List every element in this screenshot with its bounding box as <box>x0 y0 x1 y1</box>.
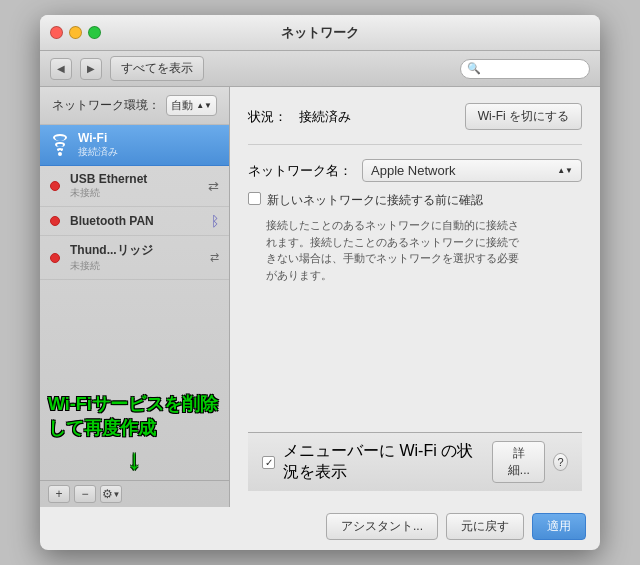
wifi-toggle-button[interactable]: Wi-Fi を切にする <box>465 103 582 130</box>
instruction-text: Wi-Fiサービスを削除して再度作成 <box>48 384 221 444</box>
network-env-value: 自動 <box>171 98 193 113</box>
add-service-button[interactable]: + <box>48 485 70 503</box>
bottom-bar: メニューバーに Wi-Fi の状況を表示 詳細... ? <box>248 432 582 491</box>
network-env-label: ネットワーク環境： <box>52 97 160 114</box>
close-button[interactable] <box>50 26 63 39</box>
content-area: 状況： 接続済み Wi-Fi を切にする ネットワーク名： Apple Netw… <box>230 87 600 507</box>
gear-icon: ⚙ <box>102 487 113 501</box>
usb-ethernet-status-dot <box>50 181 60 191</box>
divider-1 <box>248 144 582 145</box>
revert-button[interactable]: 元に戻す <box>446 513 524 540</box>
minimize-button[interactable] <box>69 26 82 39</box>
network-name-value: Apple Network <box>371 163 456 178</box>
bluetooth-status-dot <box>50 216 60 226</box>
gear-dropdown-arrow: ▼ <box>113 490 121 499</box>
maximize-button[interactable] <box>88 26 101 39</box>
network-name-label: ネットワーク名： <box>248 162 352 180</box>
usb-ethernet-icon: ⇄ <box>208 179 219 194</box>
network-name-row: ネットワーク名： Apple Network ▲▼ <box>248 159 582 182</box>
status-row: 状況： 接続済み Wi-Fi を切にする <box>248 103 582 130</box>
gear-button[interactable]: ⚙ ▼ <box>100 485 122 503</box>
sidebar-item-thunderbolt[interactable]: Thund...リッジ 未接続 ⇄ <box>40 236 229 280</box>
apply-button[interactable]: 適用 <box>532 513 586 540</box>
sidebar-item-bluetooth-text: Bluetooth PAN <box>70 214 203 228</box>
forward-button[interactable]: ▶ <box>80 58 102 80</box>
confirm-checkbox-row: 新しいネットワークに接続する前に確認 <box>248 192 582 209</box>
confirm-checkbox-label: 新しいネットワークに接続する前に確認 <box>267 192 483 209</box>
checkbox-area: 新しいネットワークに接続する前に確認 接続したことのあるネットワークに自動的に接… <box>248 192 582 287</box>
down-arrow-icon: ↓ <box>128 444 142 476</box>
arrow-container: ↓ <box>48 444 221 476</box>
show-all-button[interactable]: すべてを表示 <box>110 56 204 81</box>
network-name-select[interactable]: Apple Network ▲▼ <box>362 159 582 182</box>
network-env-arrow: ▲▼ <box>196 101 212 110</box>
network-env-area: ネットワーク環境： 自動 ▲▼ <box>40 87 229 125</box>
bluetooth-icon: ᛒ <box>211 213 219 229</box>
sidebar-item-wifi[interactable]: Wi-Fi 接続済み <box>40 125 229 166</box>
info-text: 接続したことのあるネットワークに自動的に接続さ れます。接続したことのあるネット… <box>266 213 582 287</box>
back-button[interactable]: ◀ <box>50 58 72 80</box>
window-title: ネットワーク <box>281 24 359 42</box>
sidebar-actions: + − ⚙ ▼ <box>40 480 229 507</box>
assistant-button[interactable]: アシスタント... <box>326 513 438 540</box>
menubar-checkbox[interactable] <box>262 456 275 469</box>
window-controls <box>50 26 101 39</box>
status-value: 接続済み <box>299 108 351 126</box>
menubar-label: メニューバーに Wi-Fi の状況を表示 <box>283 441 484 483</box>
main-window: ネットワーク ◀ ▶ すべてを表示 🔍 ネットワーク環境： 自動 ▲▼ <box>40 15 600 550</box>
search-icon: 🔍 <box>467 62 481 75</box>
sidebar-list: Wi-Fi 接続済み USB Ethernet 未接続 ⇄ <box>40 125 229 380</box>
sidebar: ネットワーク環境： 自動 ▲▼ <box>40 87 230 507</box>
sidebar-item-usb-ethernet[interactable]: USB Ethernet 未接続 ⇄ <box>40 166 229 207</box>
titlebar: ネットワーク <box>40 15 600 51</box>
instruction-area: Wi-Fiサービスを削除して再度作成 ↓ <box>40 380 229 480</box>
detail-button[interactable]: 詳細... <box>492 441 545 483</box>
network-name-arrow: ▲▼ <box>557 166 573 175</box>
footer: アシスタント... 元に戻す 適用 <box>40 507 600 550</box>
search-box[interactable]: 🔍 <box>460 59 590 79</box>
network-env-select[interactable]: 自動 ▲▼ <box>166 95 217 116</box>
status-label: 状況： <box>248 108 287 126</box>
thunderbolt-status-dot <box>50 253 60 263</box>
sidebar-item-bluetooth[interactable]: Bluetooth PAN ᛒ <box>40 207 229 236</box>
sidebar-item-wifi-text: Wi-Fi 接続済み <box>78 131 219 159</box>
sidebar-item-usb-ethernet-text: USB Ethernet 未接続 <box>70 172 200 200</box>
confirm-checkbox[interactable] <box>248 192 261 205</box>
main-area: ネットワーク環境： 自動 ▲▼ <box>40 87 600 507</box>
wifi-icon <box>50 135 70 155</box>
help-button[interactable]: ? <box>553 453 568 471</box>
remove-service-button[interactable]: − <box>74 485 96 503</box>
sidebar-item-thunderbolt-text: Thund...リッジ 未接続 <box>70 242 202 273</box>
thunderbolt-icon: ⇄ <box>210 251 219 264</box>
toolbar: ◀ ▶ すべてを表示 🔍 <box>40 51 600 87</box>
spacer <box>248 297 582 422</box>
